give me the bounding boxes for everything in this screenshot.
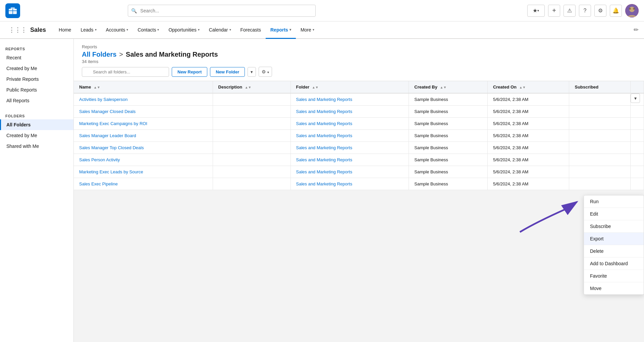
col-description[interactable]: Description ▲▼ [213,81,290,93]
grid-icon: ⋮⋮⋮ [9,26,27,34]
report-name-cell[interactable]: Sales Manager Closed Deals [74,106,213,118]
context-menu-item-favorite[interactable]: Favorite [584,270,644,282]
favorites-button[interactable]: ★ ▾ [527,5,545,17]
search-icon: 🔍 [131,8,137,13]
main-content: Reports All Folders > Sales and Marketin… [74,39,644,342]
nav-item-calendar[interactable]: Calendar ▾ [204,21,236,39]
report-folder-cell[interactable]: Sales and Marketing Reports [290,93,409,106]
sidebar-item-all-folders[interactable]: All Folders [0,119,73,130]
new-report-button[interactable]: New Report [172,67,207,77]
report-folder-cell[interactable]: Sales and Marketing Reports [290,178,409,190]
nav-item-accounts[interactable]: Accounts ▾ [101,21,133,39]
nav-item-home[interactable]: Home [54,21,76,39]
alert-button[interactable]: ⚠ [564,5,576,17]
table-header-row: Name ▲▼ Description ▲▼ Folder ▲▼ [74,81,644,93]
main-nav: ⋮⋮⋮ Sales Home Leads ▾ Accounts ▾ Contac… [0,21,644,39]
report-folder-cell[interactable]: Sales and Marketing Reports [290,166,409,178]
reports-table: Name ▲▼ Description ▲▼ Folder ▲▼ [74,81,644,190]
sidebar-item-all-reports[interactable]: All Reports [0,95,73,106]
report-name-cell[interactable]: Sales Person Activity [74,154,213,166]
nav-item-leads[interactable]: Leads ▾ [76,21,101,39]
help-button[interactable]: ? [579,5,591,17]
question-icon: ? [584,8,587,14]
context-menu-item-export[interactable]: Export [584,233,644,245]
report-name-cell[interactable]: Sales Manager Top Closed Deals [74,142,213,154]
report-created-by-cell: Sample Business [409,178,488,190]
report-name-cell[interactable]: Sales Exec Pipeline [74,178,213,190]
chevron-down-icon: ▾ [537,9,539,12]
nav-item-contacts[interactable]: Contacts ▾ [133,21,164,39]
gear-icon: ⚙ [262,69,266,74]
notifications-button[interactable]: 🔔 [610,5,622,17]
nav-apps-icon[interactable]: ⋮⋮⋮ [5,21,30,39]
col-created-by[interactable]: Created By ▲▼ [409,81,488,93]
chevron-down-icon: ▾ [126,28,128,32]
header-actions: 🔍 New Report New Folder ▾ ⚙ ▾ [82,67,636,77]
new-folder-button[interactable]: New Folder [210,67,245,77]
sidebar-item-shared-with-me[interactable]: Shared with Me [0,141,73,152]
sort-icon: ▲▼ [519,86,526,89]
dropdown-button[interactable]: ▾ [248,67,256,77]
nav-item-more[interactable]: More ▾ [296,21,319,39]
breadcrumb: Reports [82,44,636,49]
avatar[interactable] [625,4,639,17]
breadcrumb-separator: > [119,51,123,58]
context-menu-item-run[interactable]: Run [584,195,644,208]
nav-item-forecasts[interactable]: Forecasts [236,21,266,39]
sidebar-item-recent[interactable]: Recent [0,52,73,63]
context-menu-item-add-to-dashboard[interactable]: Add to Dashboard [584,258,644,270]
row-action-button[interactable]: ▾ [631,94,640,103]
context-menu-item-subscribe[interactable]: Subscribe [584,220,644,233]
report-name-cell[interactable]: Activities by Salesperson [74,93,213,106]
report-subscribed-cell [569,118,631,130]
report-description-cell [213,154,290,166]
row-action-cell [631,154,644,166]
report-name-cell[interactable]: Marketing Exec Campaigns by ROI [74,118,213,130]
chevron-down-icon: ▾ [95,28,97,32]
sidebar-item-public-reports[interactable]: Public Reports [0,84,73,95]
chevron-down-icon: ▾ [157,28,159,32]
reports-section-label: REPORTS [0,44,73,52]
report-created-on-cell: 5/6/2024, 2:38 AM [487,118,569,130]
table-container: Name ▲▼ Description ▲▼ Folder ▲▼ [74,81,644,190]
nav-item-opportunities[interactable]: Opportunities ▾ [164,21,204,39]
sidebar-item-folders-created-by-me[interactable]: Created by Me [0,130,73,141]
table-row: Sales Person Activity Sales and Marketin… [74,154,644,166]
add-button[interactable]: + [548,5,560,17]
col-created-on[interactable]: Created On ▲▼ [487,81,569,93]
settings-icon-button[interactable]: ⚙ ▾ [259,67,272,77]
report-created-on-cell: 5/6/2024, 2:38 AM [487,178,569,190]
search-input[interactable] [128,5,316,17]
context-menu-item-edit[interactable]: Edit [584,208,644,220]
col-folder[interactable]: Folder ▲▼ [290,81,409,93]
report-folder-cell[interactable]: Sales and Marketing Reports [290,142,409,154]
settings-button[interactable]: ⚙ [594,5,606,17]
top-bar: 🔍 ★ ▾ + ⚠ ? ⚙ 🔔 [0,0,644,21]
search-folders-input[interactable] [82,67,169,77]
report-folder-cell[interactable]: Sales and Marketing Reports [290,106,409,118]
report-folder-cell[interactable]: Sales and Marketing Reports [290,118,409,130]
sidebar: REPORTS Recent Created by Me Private Rep… [0,39,74,342]
report-name-cell[interactable]: Marketing Exec Leads by Source [74,166,213,178]
nav-edit-button[interactable]: ✏ [634,26,639,34]
folders-section-label: FOLDERS [0,111,73,119]
report-folder-cell[interactable]: Sales and Marketing Reports [290,130,409,142]
col-name[interactable]: Name ▲▼ [74,81,213,93]
context-menu-item-delete[interactable]: Delete [584,245,644,258]
report-description-cell [213,93,290,106]
svg-point-7 [633,8,635,10]
context-menu-item-move[interactable]: Move [584,282,644,294]
sidebar-item-created-by-me[interactable]: Created by Me [0,63,73,74]
report-folder-cell[interactable]: Sales and Marketing Reports [290,154,409,166]
nav-item-reports[interactable]: Reports ▾ [266,21,296,39]
col-subscribed[interactable]: Subscribed [569,81,631,93]
report-name-cell[interactable]: Sales Manager Leader Board [74,130,213,142]
sidebar-item-private-reports[interactable]: Private Reports [0,74,73,84]
app-logo[interactable] [5,3,20,18]
chevron-down-icon: ▾ [313,28,314,32]
content-area: REPORTS Recent Created by Me Private Rep… [0,39,644,342]
report-subscribed-cell [569,154,631,166]
all-folders-link[interactable]: All Folders [82,51,116,58]
report-created-on-cell: 5/6/2024, 2:38 AM [487,93,569,106]
table-row: Sales Manager Leader Board Sales and Mar… [74,130,644,142]
